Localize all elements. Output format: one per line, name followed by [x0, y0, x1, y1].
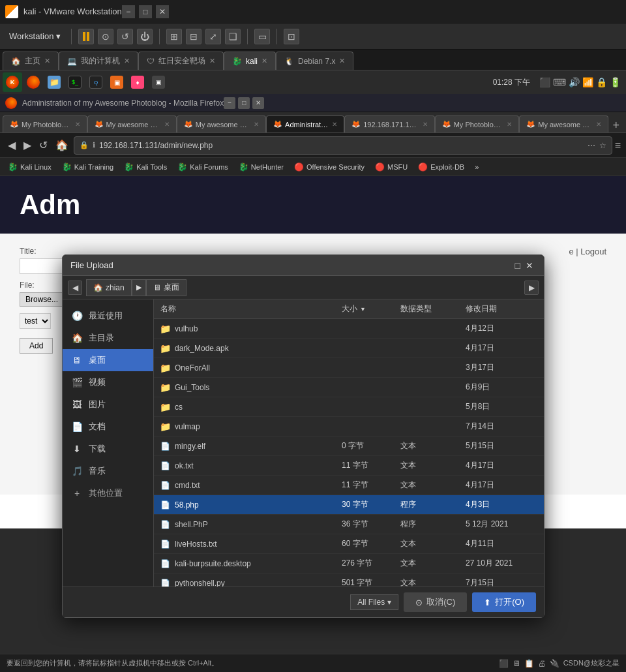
browse-button[interactable]: Browse...	[20, 292, 64, 307]
dialog-minimize-button[interactable]: □	[513, 260, 523, 271]
dialog-desktop-loc[interactable]: 🖥 桌面	[146, 279, 186, 296]
bm-more[interactable]: »	[471, 162, 483, 172]
file-row[interactable]: 📄 cmd.txt 11 字节 文本 4月17日	[154, 476, 544, 495]
sidebar-pictures[interactable]: 🖼 图片	[63, 393, 153, 416]
forward-button[interactable]: ▶	[21, 138, 34, 153]
col-name[interactable]: 名称	[154, 303, 335, 314]
sidebar-home[interactable]: 🏠 主目录	[63, 327, 153, 349]
ff-tab-1-close[interactable]: ✕	[75, 121, 80, 128]
file-row[interactable]: 📄 shell.PhP 36 字节 程序 5 12月 2021	[154, 515, 544, 534]
file-row[interactable]: 📁 cs 5月8日	[154, 397, 544, 417]
kali-app-terminal[interactable]: $_	[65, 72, 85, 92]
ff-tab-4[interactable]: 🦊 Administratio.. ✕	[266, 115, 344, 132]
unity-button[interactable]: ❑	[225, 29, 241, 44]
bm-msfu[interactable]: 🔴 MSFU	[371, 161, 411, 173]
ff-close[interactable]: ✕	[252, 97, 264, 109]
file-row[interactable]: 📁 OneForAll 3月17日	[154, 358, 544, 378]
tab-kali[interactable]: 🐉 kali ✕	[224, 52, 276, 70]
file-row[interactable]: 📄 pythonshell.py 501 字节 文本 7月15日	[154, 573, 544, 587]
url-bar[interactable]: 🔒 ℹ 192.168.171.131/admin/new.php ⋯ ☆	[74, 136, 612, 155]
file-row[interactable]: 📄 liveHosts.txt 60 字节 文本 4月11日	[154, 534, 544, 554]
bm-nethunter[interactable]: 🐉 NetHunter	[235, 161, 288, 173]
bm-exploit-db[interactable]: 🔴 Exploit-DB	[414, 161, 468, 173]
power-button[interactable]: ⏻	[137, 29, 153, 44]
filetype-button[interactable]: All Files ▾	[350, 594, 398, 610]
tab-home[interactable]: 🏠 主页 ✕	[3, 52, 59, 70]
kali-app-files[interactable]: 📁	[44, 72, 64, 92]
kali-app-vuln[interactable]: ▣	[149, 72, 168, 92]
kali-app-home[interactable]: K	[3, 72, 22, 92]
vm-window-button[interactable]: ⊟	[186, 29, 201, 44]
bookmark-star[interactable]: ☆	[599, 141, 606, 150]
snapshot-button[interactable]: ⊙	[98, 29, 113, 44]
back-button[interactable]: ◀	[5, 138, 18, 153]
col-type[interactable]: 数据类型	[394, 303, 459, 314]
ff-tab-3[interactable]: 🦊 My awesome Ph.. ✕	[177, 115, 266, 132]
tab-mycomputer-close[interactable]: ✕	[124, 57, 130, 65]
dialog-back-button[interactable]: ◀	[68, 281, 82, 295]
file-row[interactable]: 📄 ok.txt 11 字节 文本 4月17日	[154, 456, 544, 476]
ff-restore[interactable]: □	[238, 97, 250, 109]
sidebar-other-locations[interactable]: + 其他位置	[63, 482, 153, 504]
ff-tab-4-close[interactable]: ✕	[332, 121, 337, 128]
bm-kali-forums[interactable]: 🐉 Kali Forums	[173, 161, 232, 173]
dialog-close-button[interactable]: ✕	[523, 260, 536, 271]
tab-redday-close[interactable]: ✕	[209, 57, 215, 65]
bm-kali-tools[interactable]: 🐉 Kali Tools	[120, 161, 171, 173]
bm-offensive-security[interactable]: 🔴 Offensive Security	[290, 161, 368, 173]
ff-menu-button[interactable]: ≡	[615, 140, 621, 151]
sidebar-downloads[interactable]: ⬇ 下载	[63, 438, 153, 460]
ff-tab-2[interactable]: 🦊 My awesome Ph.. ✕	[87, 115, 177, 132]
file-row[interactable]: 📄 mingy.elf 0 字节 文本 5月15日	[154, 436, 544, 456]
url-more-icon[interactable]: ⋯	[588, 141, 595, 150]
tab-mycomputer[interactable]: 💻 我的计算机 ✕	[59, 52, 138, 70]
kali-app-qterminal[interactable]: Q	[86, 72, 106, 92]
pause-button[interactable]	[78, 29, 94, 44]
ff-tab-5[interactable]: 🦊 192.168.171.131/. ✕	[344, 115, 434, 132]
screen-button[interactable]: ⊡	[284, 29, 299, 44]
dialog-forward-button[interactable]: ▶	[524, 281, 539, 295]
cancel-button[interactable]: ⊙ 取消(C)	[404, 592, 467, 612]
kali-app-burp[interactable]: ▣	[107, 72, 127, 92]
file-row[interactable]: 📄 kali-burpsuite.desktop 276 字节 文本 27 10…	[154, 554, 544, 573]
sidebar-documents[interactable]: 📄 文档	[63, 416, 153, 438]
ff-minimize[interactable]: −	[224, 97, 235, 109]
ff-tab-1[interactable]: 🦊 My Photoblog - l ✕	[3, 115, 87, 132]
ff-tab-3-close[interactable]: ✕	[254, 121, 259, 128]
col-date[interactable]: 修改日期	[459, 303, 544, 314]
sidebar-desktop[interactable]: 🖥 桌面	[63, 349, 153, 371]
close-button[interactable]: ✕	[156, 5, 169, 18]
tab-redday[interactable]: 🛡 红日安全靶场 ✕	[138, 52, 224, 70]
home-button[interactable]: 🏠	[53, 138, 71, 153]
ff-tab-2-close[interactable]: ✕	[164, 121, 170, 128]
reload-button[interactable]: ↺	[37, 138, 50, 153]
sidebar-videos[interactable]: 🎬 视频	[63, 371, 153, 393]
tab-kali-close[interactable]: ✕	[261, 57, 267, 65]
open-button[interactable]: ⬆ 打开(O)	[472, 592, 536, 612]
bm-kali-training[interactable]: 🐉 Kali Training	[58, 161, 118, 173]
file-row[interactable]: 📄 58.php 30 字节 程序 4月3日	[154, 495, 544, 515]
vm-settings-button[interactable]: ⊞	[166, 29, 182, 44]
ff-tab-7-close[interactable]: ✕	[596, 121, 601, 128]
tab-home-close[interactable]: ✕	[44, 57, 50, 65]
category-select[interactable]: test	[20, 313, 51, 329]
kali-app-firefox[interactable]	[23, 72, 43, 92]
add-button[interactable]: Add	[20, 338, 53, 354]
bm-kali-linux[interactable]: 🐉 Kali Linux	[4, 161, 55, 173]
sidebar-recent[interactable]: 🕐 最近使用	[63, 305, 153, 327]
terminal-button[interactable]: ▭	[254, 29, 270, 44]
dialog-home-loc[interactable]: 🏠 zhian	[86, 279, 132, 296]
workstation-menu[interactable]: Workstation ▾	[5, 29, 65, 44]
minimize-button[interactable]: −	[122, 5, 135, 18]
col-size[interactable]: 大小 ▼	[335, 303, 394, 314]
ff-tab-6-close[interactable]: ✕	[507, 121, 512, 128]
kali-app-paint[interactable]: ♦	[128, 72, 147, 92]
file-row[interactable]: 📁 vulhub 4月12日	[154, 319, 544, 339]
revert-button[interactable]: ↺	[117, 29, 133, 44]
file-row[interactable]: 📁 Gui_Tools 6月9日	[154, 378, 544, 397]
ff-tab-6[interactable]: 🦊 My Photoblog - l ✕	[435, 115, 520, 132]
tab-debian[interactable]: 🐧 Debian 7.x ✕	[276, 52, 353, 70]
sidebar-music[interactable]: 🎵 音乐	[63, 460, 153, 482]
file-row[interactable]: 📁 dark_Mode.apk 4月17日	[154, 339, 544, 358]
restore-button[interactable]: □	[139, 5, 152, 18]
